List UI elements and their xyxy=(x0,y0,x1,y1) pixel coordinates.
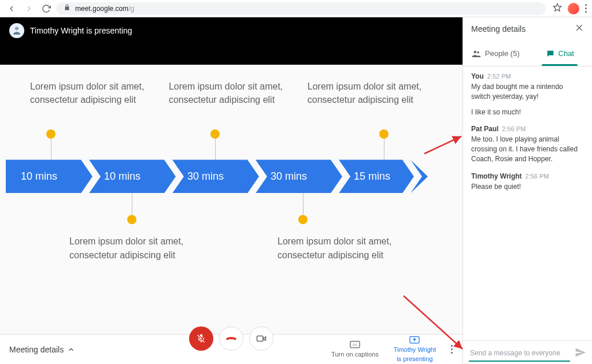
slide-text-3: Lorem ipsum dolor sit amet, consectetur … xyxy=(308,80,423,106)
people-icon xyxy=(471,49,482,59)
timeline-dot xyxy=(379,129,388,139)
captions-label: Turn on captions xyxy=(331,351,379,358)
browser-menu-icon[interactable] xyxy=(585,4,587,13)
svg-point-1 xyxy=(15,27,18,30)
timeline-segment: 10 mins xyxy=(6,159,92,193)
presenter-avatar xyxy=(9,23,24,38)
timeline-dot xyxy=(298,215,308,224)
svg-marker-0 xyxy=(553,3,561,11)
hangup-button[interactable] xyxy=(219,326,243,351)
svg-rect-3 xyxy=(257,336,264,341)
presenting-name: Timothy Wright xyxy=(394,346,436,354)
presented-slide: Lorem ipsum dolor sit amet, consectetur … xyxy=(0,65,462,334)
panel-title: Meeting details xyxy=(471,24,526,34)
message-body: I like it so much! xyxy=(471,107,584,117)
tab-people[interactable]: People (5) xyxy=(463,41,528,66)
send-button[interactable] xyxy=(575,347,586,361)
presentation-header: Timothy Wright is presenting xyxy=(0,17,462,65)
present-screen-icon xyxy=(409,336,420,345)
forward-button[interactable] xyxy=(22,2,36,16)
captions-icon: CC xyxy=(349,340,361,350)
controls-bar: Meeting details CC Turn on captions xyxy=(0,334,462,364)
tab-chat-label: Chat xyxy=(558,49,574,58)
timeline-dot xyxy=(46,129,56,139)
message-time: 2:56 PM xyxy=(502,125,526,132)
close-icon xyxy=(575,23,584,32)
captions-button[interactable]: CC Turn on captions xyxy=(331,340,379,358)
chat-message: You2:52 PM My dad bought me a nintendo s… xyxy=(471,72,584,117)
timeline-segment: 10 mins xyxy=(89,159,176,193)
meeting-stage: Timothy Wright is presenting Lorem ipsum… xyxy=(0,17,462,364)
chevron-up-icon xyxy=(67,346,75,354)
chat-message: Timothy Wright2:56 PM Please be quiet! xyxy=(471,172,584,192)
browser-chrome: meet.google.com /g xyxy=(0,0,592,17)
timeline-segment: 30 mins xyxy=(172,159,259,193)
meeting-details-toggle[interactable]: Meeting details xyxy=(9,345,75,354)
timeline-segment: 30 mins xyxy=(256,159,342,193)
profile-avatar[interactable] xyxy=(568,3,579,14)
url-host: meet.google.com xyxy=(75,5,128,13)
message-time: 2:52 PM xyxy=(487,73,511,80)
slide-text-4: Lorem ipsum dolor sit amet, consectetur … xyxy=(69,235,185,261)
message-body: Please be quiet! xyxy=(471,182,584,192)
svg-text:CC: CC xyxy=(353,343,357,347)
bookmark-star-icon[interactable] xyxy=(553,3,562,14)
reload-button[interactable] xyxy=(39,2,53,16)
close-panel-button[interactable] xyxy=(575,23,584,35)
slide-timeline: 10 mins 10 mins 30 mins 30 mins 15 mins xyxy=(0,113,462,223)
svg-point-11 xyxy=(473,50,476,53)
camera-icon xyxy=(256,333,267,344)
chat-input[interactable] xyxy=(469,346,570,362)
svg-point-12 xyxy=(477,51,479,53)
chat-messages: You2:52 PM My dad bought me a nintendo s… xyxy=(463,66,592,340)
slide-text-2: Lorem ipsum dolor sit amet, consectetur … xyxy=(169,80,284,106)
chat-message: Pat Paul2:56 PM Me too. I love playing a… xyxy=(471,125,584,164)
message-body: My dad bought me a nintendo switch yeste… xyxy=(471,82,584,102)
send-icon xyxy=(575,347,586,358)
presenting-status: Timothy Wright is presenting xyxy=(30,26,132,35)
message-sender: Pat Paul xyxy=(471,125,498,133)
lock-icon xyxy=(64,4,75,13)
side-panel: Meeting details People (5) Chat You2:52 … xyxy=(462,17,592,364)
address-bar[interactable]: meet.google.com /g xyxy=(57,2,546,15)
back-button[interactable] xyxy=(5,2,18,16)
more-options-button[interactable] xyxy=(451,345,453,354)
tab-chat[interactable]: Chat xyxy=(528,41,593,66)
mic-off-icon xyxy=(196,333,206,344)
message-sender: You xyxy=(471,72,484,80)
url-path: /g xyxy=(128,5,134,13)
message-time: 2:56 PM xyxy=(526,173,549,180)
meeting-details-label: Meeting details xyxy=(9,345,64,354)
message-body: Me too. I love playing animal crossing o… xyxy=(471,135,584,164)
timeline-dot xyxy=(127,215,136,224)
chat-compose xyxy=(463,340,592,364)
mute-button[interactable] xyxy=(189,326,213,351)
camera-button[interactable] xyxy=(249,326,273,351)
timeline-dot xyxy=(210,129,220,139)
tab-people-label: People (5) xyxy=(485,49,520,58)
slide-text-1: Lorem ipsum dolor sit amet, consectetur … xyxy=(30,80,146,106)
presenting-sub: is presenting xyxy=(397,355,432,363)
message-sender: Timothy Wright xyxy=(471,172,522,180)
slide-text-5: Lorem ipsum dolor sit amet, consectetur … xyxy=(278,235,393,261)
presenting-indicator[interactable]: Timothy Wright is presenting xyxy=(394,336,436,362)
chat-icon xyxy=(546,49,555,58)
hangup-icon xyxy=(225,332,238,345)
timeline-segment: 15 mins xyxy=(339,159,414,193)
